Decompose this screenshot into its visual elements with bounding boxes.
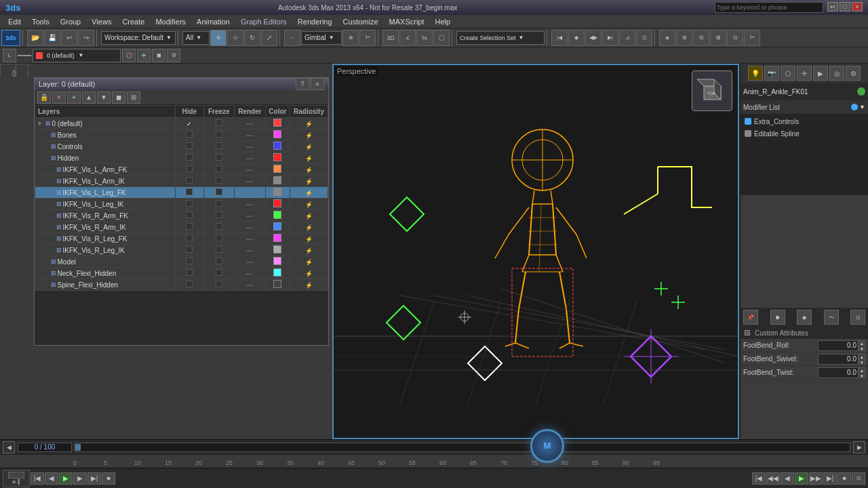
layer-color-swatch[interactable] [273,176,281,184]
menu-rendering[interactable]: Rendering [292,16,338,27]
play-button[interactable]: ▶ [59,472,73,485]
layer-row[interactable]: ⊞Controls━━⚡ [35,141,328,152]
rp-geo-icon[interactable]: ⬡ [781,66,795,81]
playback-mode-btn[interactable]: ▶▐ [3,470,30,487]
selection-filter-dropdown[interactable]: All ▼ [182,31,210,45]
layer-lock-btn[interactable]: 🔒 [37,92,51,104]
snap-toggle-button[interactable]: ⋯ [284,30,300,46]
misc-btn5[interactable]: ⊡ [727,30,743,46]
menu-graph-editors[interactable]: Graph Editors [235,16,292,27]
layer-color-cell[interactable] [265,245,290,256]
attr-spinner-roll[interactable]: ▲ ▼ [859,340,865,351]
layer-color-swatch[interactable] [273,188,281,196]
layer-radiosity-cell[interactable]: ⚡ [290,129,328,141]
rp-light-icon[interactable]: 💡 [748,66,763,81]
spinner-snap-button[interactable]: ◯ [433,30,450,46]
layer-row[interactable]: ▼⊞0 (default)✓━━⚡ [35,118,328,129]
close-button[interactable]: × [852,2,863,12]
pb-r6[interactable]: ▶| [823,472,837,485]
maxscript-logo[interactable]: M [530,429,564,463]
layer-mgr-button[interactable]: L [3,49,16,62]
attr-spinner-twist[interactable]: ▲ ▼ [859,367,865,378]
layer-render-cell[interactable]: ━━ [235,152,266,164]
layer-color-swatch[interactable] [273,130,281,138]
menu-tools[interactable]: Tools [26,16,55,27]
go-end-button[interactable]: ▶| [87,472,101,485]
rp-helper-icon[interactable]: ✛ [797,66,812,81]
layer-row[interactable]: ⊞Bones━━⚡ [35,129,328,141]
menu-help[interactable]: Help [430,16,456,27]
coord-system-dropdown[interactable]: Gimbal ▼ [301,31,342,45]
save-file-button[interactable]: 💾 [44,30,60,46]
layer-color-swatch[interactable] [273,211,281,219]
menu-views[interactable]: Views [86,16,117,27]
select-layer-button[interactable]: ◼ [152,49,165,62]
layer-freeze-checkbox[interactable] [216,258,222,264]
menu-maxscript[interactable]: MAXScript [384,16,430,27]
menu-edit[interactable]: Edit [3,16,26,27]
layer-render-cell[interactable]: ━━ [235,210,266,222]
timeline-handle[interactable] [75,444,81,451]
layer-freeze-cell[interactable] [203,268,235,279]
layer-color-swatch[interactable] [273,245,281,253]
layer-color-cell[interactable] [265,141,290,152]
layer-hide-checkbox[interactable] [186,235,193,241]
layer-freeze-checkbox[interactable] [216,177,222,184]
layer-freeze-cell[interactable] [203,222,235,233]
layer-dialog-titlebar[interactable]: Layer: 0 (default) ? × [35,78,328,90]
layer-color-swatch[interactable] [273,142,281,150]
layer-freeze-checkbox[interactable] [216,131,222,138]
layer-hide-checkbox[interactable] [186,246,193,253]
layer-hide-checkbox[interactable] [186,200,193,207]
layer-row[interactable]: ⊞Spine_Flexi_Hidden━━⚡ [35,279,328,291]
layer-row[interactable]: ⊞IKFK_Vis_L_Arm_IK━━⚡ [35,176,328,187]
layer-color-cell[interactable] [265,256,290,268]
next-frame-button[interactable]: ▶ [73,472,87,485]
layer-color-cell[interactable] [265,199,290,210]
layer-radiosity-cell[interactable]: ⚡ [290,152,328,164]
add-layer-button[interactable]: + [137,49,151,62]
layer-hide-checkbox[interactable] [186,188,193,195]
layer-row[interactable]: ⊞IKFK_Vis_R_Leg_FK━━⚡ [35,233,328,245]
layer-row[interactable]: ⊞IKFK_Vis_L_Arm_FK━━⚡ [35,164,328,176]
keyframe-btn1[interactable]: |◀ [551,30,568,46]
layer-freeze-cell[interactable] [203,176,235,187]
select-tool-button[interactable]: ✛ [210,30,226,46]
layer-render-cell[interactable]: ━━ [235,187,266,199]
layer-freeze-checkbox[interactable] [216,223,222,230]
layer-hide-checkbox[interactable] [186,142,193,149]
custom-attrs-expand-btn[interactable]: − [745,330,750,336]
layer-hide-cell[interactable] [176,129,203,141]
misc-btn3[interactable]: ⊟ [693,30,709,46]
timeline-slider[interactable] [75,443,850,452]
layer-freeze-checkbox[interactable] [216,246,222,253]
layer-hide-checkbox[interactable] [186,269,193,276]
layer-expand-btn[interactable]: ⊞ [127,92,140,104]
layer-add-btn[interactable]: + [67,92,81,104]
pb-r2[interactable]: ◀◀ [766,472,780,485]
menu-customize[interactable]: Customize [338,16,384,27]
layer-hide-cell[interactable] [176,199,203,210]
percent-snap-button[interactable]: % [416,30,433,46]
menu-modifiers[interactable]: Modifiers [150,16,191,27]
layer-render-cell[interactable]: ━━ [235,245,266,256]
key-mode-button[interactable]: ◆ [102,472,115,485]
layer-color-swatch[interactable] [273,199,281,207]
layer-radiosity-cell[interactable]: ⚡ [290,279,328,291]
keyframe-btn5[interactable]: ⊿ [619,30,635,46]
layer-move-down-btn[interactable]: ▼ [97,92,111,104]
layer-render-cell[interactable]: ━━ [235,199,266,210]
layer-hide-checkbox[interactable] [186,223,193,230]
layer-opts-button[interactable]: ⚙ [167,49,180,62]
layer-render-cell[interactable]: ━━ [235,256,266,268]
layer-select-btn[interactable]: ◼ [112,92,125,104]
layer-radiosity-cell[interactable]: ⚡ [290,176,328,187]
misc-btn6[interactable]: ⊢ [744,30,760,46]
layer-row[interactable]: ⊞IKFK_Vis_L_Leg_IK━━⚡ [35,199,328,210]
pb-r8[interactable]: ⊡ [852,472,865,485]
graph-editors-tab[interactable]: Gr... [0,64,28,77]
snap3d-button[interactable]: 3D [382,30,399,46]
layer-freeze-cell[interactable] [203,187,235,199]
rp-pin-icon[interactable]: 📌 [743,310,758,325]
layer-freeze-checkbox[interactable] [216,211,222,218]
